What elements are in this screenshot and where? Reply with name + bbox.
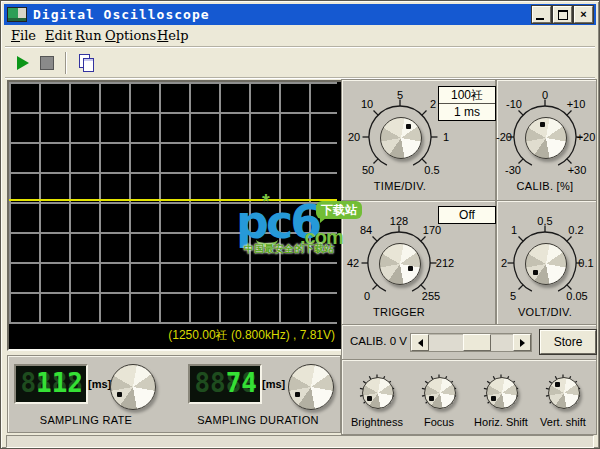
status-bar <box>6 435 594 448</box>
trigger-scale-label: 255 <box>422 290 440 302</box>
trigger-scale-label: 128 <box>390 215 408 227</box>
run-button[interactable] <box>11 51 35 75</box>
volt-div-scale-label: 0.5 <box>537 215 552 227</box>
sampling-rate-knob[interactable] <box>110 364 156 410</box>
time-div-scale-label: 2 <box>430 98 436 110</box>
trigger-scale-label: 0 <box>364 290 370 302</box>
calib-percent-scale-label: +30 <box>568 164 587 176</box>
stop-button[interactable] <box>35 51 59 75</box>
oscilloscope-screen: (1250.00衽 (0.800kHz) , 7.81V) <box>7 80 343 351</box>
volt-div-scale-label: 0.05 <box>566 290 587 302</box>
app-window: Digital Oscilloscope × File Edit Run Opt… <box>0 0 600 449</box>
toolbar <box>5 48 595 78</box>
sampling-duration-display: 8888 74 <box>188 364 262 404</box>
volt-div-knob-pointer <box>533 270 538 275</box>
calib-percent-caption: CALIB. [%] <box>517 180 574 192</box>
menu-bar: File Edit Run Options Help <box>5 26 595 47</box>
scope-trace <box>9 199 337 201</box>
play-icon <box>17 56 29 70</box>
calib-voltage-scrollbar[interactable] <box>410 333 532 352</box>
time-div-value-line1: 100衽 <box>439 87 495 104</box>
sampling-rate-knob-pointer <box>117 392 122 397</box>
sampling-duration-knob-pointer <box>295 392 300 397</box>
sampling-rate-value: 112 <box>36 368 83 398</box>
store-button[interactable]: Store <box>540 330 596 354</box>
time-div-scale-label: 5 <box>397 89 403 101</box>
brightness-knob-pointer <box>367 396 372 401</box>
volt-div-caption: VOLT/DIV. <box>518 306 572 318</box>
volt-div-panel: 0.5 0.2 0.1 0.05 5 2 1 VOLT/DIV. <box>496 200 597 325</box>
sampling-rate-display: 8888 112 <box>14 364 88 404</box>
calib-percent-scale-label: 0 <box>542 89 548 101</box>
menu-run-rest: un <box>85 28 102 43</box>
time-div-value-display: 100衽 1 ms <box>438 86 496 121</box>
trigger-scale-label: 84 <box>360 224 372 236</box>
close-button[interactable]: × <box>574 6 593 23</box>
time-div-knob[interactable] <box>380 117 422 159</box>
minimize-button[interactable] <box>532 6 551 23</box>
brightness-label: Brightness <box>351 416 403 428</box>
horiz-shift-label: Horiz. Shift <box>474 416 528 428</box>
minimize-icon <box>536 18 544 20</box>
menu-file[interactable]: File <box>11 28 36 43</box>
menu-options[interactable]: Options <box>105 28 156 43</box>
menu-run-hotkey: R <box>75 28 85 43</box>
trigger-scale-label: 170 <box>423 224 441 236</box>
sampling-duration-value: 74 <box>226 368 257 398</box>
menu-help-hotkey: H <box>157 28 168 43</box>
time-div-value-line2: 1 ms <box>439 104 495 120</box>
calib-percent-scale-label: -10 <box>506 98 522 110</box>
arrow-left-icon <box>418 339 423 347</box>
volt-div-knob[interactable] <box>525 243 567 285</box>
scope-readout: (1250.00衽 (0.800kHz) , 7.81V) <box>168 327 335 344</box>
copy-button[interactable] <box>75 51 99 75</box>
horiz-shift-knob-pointer <box>491 396 496 401</box>
calib-voltage-panel: CALIB. 0 V Store <box>341 324 597 360</box>
focus-knob[interactable] <box>424 377 456 409</box>
trigger-panel: 128 170 212 255 0 42 84 Off TRIGGER <box>341 200 496 325</box>
calib-percent-knob[interactable] <box>525 117 567 159</box>
sampling-duration-knob[interactable] <box>288 364 334 410</box>
arrow-right-icon <box>520 339 525 347</box>
trigger-scale-label: 42 <box>347 257 359 269</box>
menu-file-rest: ile <box>20 28 36 43</box>
maximize-button[interactable] <box>553 6 572 23</box>
time-div-caption: TIME/DIV. <box>374 180 426 192</box>
menu-edit[interactable]: Edit <box>45 28 72 43</box>
trigger-knob[interactable] <box>379 243 421 285</box>
close-icon: × <box>580 9 586 20</box>
calib-percent-panel: 0 +10 +20 +30 -30 -20 -10 CALIB. [%] <box>496 79 597 201</box>
trigger-scale-label: 212 <box>436 257 454 269</box>
control-panels: 5 2 1 0.5 50 20 10 100衽 1 ms TIME/DIV. 0… <box>341 79 595 433</box>
horiz-shift-knob[interactable] <box>486 377 518 409</box>
trigger-knob-pointer <box>408 266 413 271</box>
menu-options-hotkey: O <box>105 28 116 43</box>
scrollbar-thumb[interactable] <box>463 334 491 351</box>
title-bar: Digital Oscilloscope × <box>4 4 596 25</box>
time-div-knob-pointer <box>406 124 411 129</box>
brightness-knob[interactable] <box>362 377 394 409</box>
time-div-scale-label: 50 <box>362 164 374 176</box>
scope-grid <box>9 82 337 324</box>
menu-run[interactable]: Run <box>75 28 102 43</box>
calib-percent-scale-label: +10 <box>567 98 586 110</box>
menu-edit-hotkey: E <box>45 28 55 43</box>
copy-icon <box>79 54 95 71</box>
scrollbar-right-button[interactable] <box>513 334 531 351</box>
time-div-panel: 5 2 1 0.5 50 20 10 100衽 1 ms TIME/DIV. <box>341 79 496 201</box>
scrollbar-left-button[interactable] <box>411 334 429 351</box>
menu-edit-rest: dit <box>55 28 73 43</box>
adjust-knobs-panel: Brightness Focus Horiz. Shift Vert. shif… <box>341 359 597 435</box>
volt-div-scale-label: 1 <box>511 224 517 236</box>
stop-icon <box>40 56 54 70</box>
vert-shift-label: Vert. shift <box>540 416 586 428</box>
vert-shift-knob-pointer <box>555 382 560 387</box>
vert-shift-knob[interactable] <box>548 377 580 409</box>
sampling-duration-label: SAMPLING DURATION <box>197 414 319 426</box>
sampling-rate-unit: [ms] <box>88 378 111 390</box>
trigger-mode-display: Off <box>438 206 496 224</box>
menu-help[interactable]: Help <box>157 28 189 43</box>
volt-div-scale-label: 0.1 <box>578 257 593 269</box>
window-title: Digital Oscilloscope <box>33 7 210 22</box>
time-div-scale-label: 0.5 <box>424 164 439 176</box>
